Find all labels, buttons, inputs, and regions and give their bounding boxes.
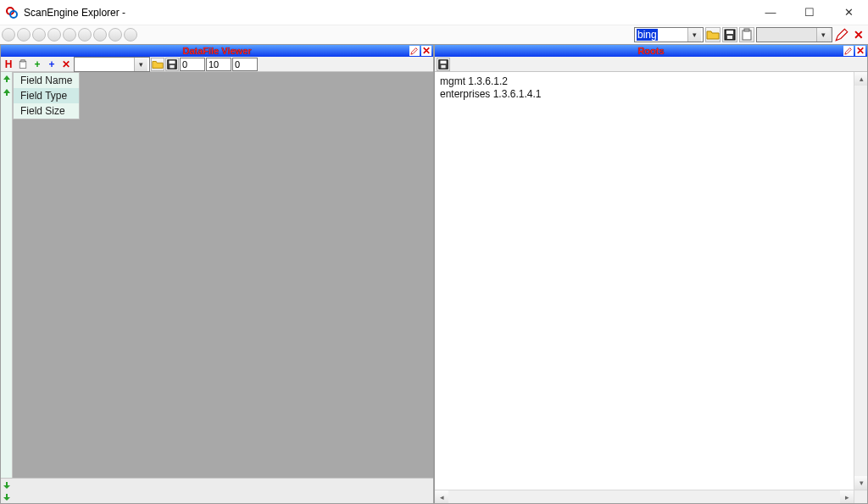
datafile-combo[interactable]: ▾: [74, 57, 150, 72]
clipboard-icon: [740, 28, 754, 42]
datafile-toolbar: H + + ✕ ▾: [1, 57, 433, 72]
top-right-controls: bing ▾ ▾ ✕: [634, 27, 868, 42]
roots-content[interactable]: mgmt 1.3.6.1.2 enterprises 1.3.6.1.4.1: [435, 72, 867, 104]
chevron-down-icon[interactable]: ▾: [134, 58, 147, 71]
folder-icon: [152, 58, 164, 70]
svg-rect-12: [6, 79, 8, 82]
horizontal-scrollbar[interactable]: ◂ ▸: [435, 490, 854, 503]
folder-icon: [706, 28, 720, 42]
secondary-combo-input[interactable]: [757, 28, 816, 42]
app-icon: [5, 6, 19, 19]
roots-body: mgmt 1.3.6.1.2 enterprises 1.3.6.1.4.1 ▴…: [435, 72, 867, 503]
minimize-button[interactable]: —: [751, 0, 790, 25]
num-input-2[interactable]: [206, 58, 231, 71]
paste-tool[interactable]: [16, 58, 30, 71]
pencil-icon: [844, 47, 853, 55]
panel-datafile-viewer: DataFile Viewer ✕ H + + ✕ ▾: [0, 44, 434, 504]
svg-rect-8: [21, 59, 25, 61]
panel-header-left: DataFile Viewer ✕: [1, 45, 433, 57]
svg-rect-17: [441, 60, 447, 64]
delete-button[interactable]: ✕: [851, 27, 866, 42]
toolbar-circle-2[interactable]: [17, 28, 31, 42]
datafile-combo-input[interactable]: [75, 58, 134, 71]
remove-button[interactable]: ✕: [59, 58, 73, 71]
titlebar: ScanEngine Explorer - — ☐ ✕: [0, 0, 868, 25]
roots-toolbar: [435, 57, 867, 72]
datafile-bottom-gutter: [1, 478, 433, 503]
roots-item[interactable]: mgmt 1.3.6.1.2: [440, 75, 862, 88]
num-input-3[interactable]: [232, 58, 258, 71]
paste-button[interactable]: [739, 27, 754, 42]
save-icon: [723, 28, 737, 42]
save-icon: [437, 58, 449, 70]
svg-rect-10: [170, 60, 175, 64]
scroll-right-icon[interactable]: ▸: [840, 490, 854, 503]
clipboard-icon: [18, 59, 28, 69]
scroll-down-icon[interactable]: ▾: [854, 476, 867, 490]
toolbar-circle-5[interactable]: [63, 28, 76, 42]
panel-close-button-left[interactable]: ✕: [421, 46, 431, 56]
panels: DataFile Viewer ✕ H + + ✕ ▾: [0, 44, 868, 504]
save-tool[interactable]: [437, 58, 450, 71]
vertical-scrollbar[interactable]: ▴ ▾: [854, 72, 867, 490]
arrow-up-icon[interactable]: [3, 87, 11, 99]
field-row-name[interactable]: Field Name: [14, 73, 79, 88]
svg-rect-7: [19, 61, 26, 68]
maximize-button[interactable]: ☐: [790, 0, 829, 25]
panel-header-right: Roots ✕: [435, 45, 867, 57]
svg-rect-13: [6, 92, 8, 96]
h-button[interactable]: H: [2, 58, 15, 71]
arrow-up-icon[interactable]: [3, 74, 11, 86]
svg-rect-6: [744, 29, 749, 31]
field-row-size[interactable]: Field Size: [14, 103, 79, 119]
svg-rect-5: [743, 30, 751, 40]
toolbar-circle-3[interactable]: [32, 28, 46, 42]
secondary-combo[interactable]: ▾: [756, 27, 832, 42]
datafile-body: Field Name Field Type Field Size: [1, 72, 433, 478]
open-folder-tool[interactable]: [151, 58, 164, 71]
panel-title-left: DataFile Viewer: [182, 46, 251, 56]
titlebar-left: ScanEngine Explorer -: [5, 6, 125, 19]
toolbar-circle-7[interactable]: [93, 28, 107, 42]
svg-rect-4: [727, 36, 732, 39]
svg-rect-14: [6, 482, 8, 485]
toolbar-circle-8[interactable]: [108, 28, 122, 42]
panel-close-button-right[interactable]: ✕: [855, 46, 865, 56]
arrow-down-icon[interactable]: [3, 480, 433, 490]
add-green-button[interactable]: +: [31, 58, 44, 71]
scroll-left-icon[interactable]: ◂: [435, 490, 448, 503]
roots-item[interactable]: enterprises 1.3.6.1.4.1: [440, 88, 862, 101]
toolbar-circle-6[interactable]: [78, 28, 92, 42]
datafile-side-gutter: [1, 72, 13, 478]
window-controls: — ☐ ✕: [751, 0, 868, 25]
svg-rect-3: [726, 30, 733, 34]
open-folder-button[interactable]: [705, 27, 721, 42]
num-input-1[interactable]: [180, 58, 205, 71]
edit-button[interactable]: [834, 27, 849, 42]
panel-edit-button-left[interactable]: [409, 46, 420, 56]
scroll-up-icon[interactable]: ▴: [854, 72, 867, 86]
field-row-type[interactable]: Field Type: [14, 88, 79, 103]
toolbar-circle-9[interactable]: [124, 28, 137, 42]
panel-edit-button-right[interactable]: [843, 46, 854, 56]
close-button[interactable]: ✕: [829, 0, 868, 25]
fields-list: Field Name Field Type Field Size: [13, 72, 80, 119]
save-button[interactable]: [722, 27, 737, 42]
toolbar-circle-1[interactable]: [2, 28, 15, 42]
svg-rect-11: [170, 64, 174, 68]
chevron-down-icon[interactable]: ▾: [687, 28, 701, 42]
pencil-icon: [410, 47, 419, 55]
add-blue-button[interactable]: +: [45, 58, 58, 71]
search-value: bing: [637, 29, 658, 41]
panel-title-right: Roots: [637, 46, 664, 56]
chevron-down-icon[interactable]: ▾: [816, 28, 830, 42]
search-combo[interactable]: bing ▾: [634, 27, 704, 42]
panel-roots: Roots ✕ mgmt 1.3.6.1.2 enterprises 1.3.6…: [434, 44, 868, 504]
save-tool[interactable]: [165, 58, 179, 71]
arrow-down-icon[interactable]: [3, 492, 433, 502]
main-toolbar: bing ▾ ▾ ✕: [0, 25, 868, 44]
svg-rect-18: [441, 64, 445, 68]
toolbar-circle-4[interactable]: [47, 28, 61, 42]
scrollbar-corner: [854, 490, 867, 503]
save-icon: [166, 58, 178, 70]
